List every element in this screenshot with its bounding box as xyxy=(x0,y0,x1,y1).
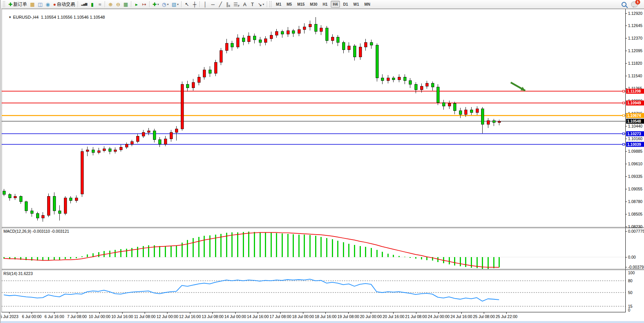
chart-shift-button[interactable]: ↦ xyxy=(141,1,148,8)
signals-button[interactable]: ◉ xyxy=(45,1,51,8)
zoom-in-button[interactable]: ⊕ xyxy=(107,1,114,8)
level-line-marker[interactable] xyxy=(623,102,625,104)
rsi-pane[interactable]: 1008050150 xyxy=(2,270,635,312)
candle-body xyxy=(481,109,484,125)
price-tick-label: 1.09055 xyxy=(628,187,642,191)
fibonacci-icon: ☰ xyxy=(233,2,238,7)
price-tick-label: 1.08780 xyxy=(628,199,642,204)
time-axis[interactable]: 5 Jul 20236 Jul 00:006 Jul 16:007 Jul 08… xyxy=(1,312,518,319)
price-flag-label: 1.10039 xyxy=(627,142,641,147)
crosshair-button[interactable]: ┼ xyxy=(191,1,198,8)
candle-body xyxy=(259,40,261,42)
chevron-down-icon[interactable]: ▼ xyxy=(8,16,11,19)
chart-canvas[interactable]: 1.129201.126451.123701.120951.118201.115… xyxy=(1,0,644,323)
candle-body xyxy=(325,28,328,40)
new-order-button[interactable]: ✚新订单 xyxy=(7,1,28,8)
time-tick-label: 19 Jul 08:00 xyxy=(337,314,359,319)
macd-pane[interactable]: 0.0077750.00-0.003797 xyxy=(2,229,644,269)
profiles-button[interactable]: ◫ xyxy=(37,1,43,8)
candle-body xyxy=(437,87,439,102)
timeframe-d1-button[interactable]: D1 xyxy=(341,1,350,8)
chart-root: 1.129201.126451.123701.120951.118201.115… xyxy=(1,9,644,319)
chat-notification-icon[interactable]: 1 xyxy=(631,2,638,7)
rsi-label: RSI(14) 31.6223 xyxy=(3,271,33,276)
text-button[interactable]: A xyxy=(241,1,248,8)
level-line-marker[interactable] xyxy=(623,90,625,92)
channel-button[interactable]: ∥E xyxy=(225,1,231,8)
tile-windows-button[interactable]: ▦ xyxy=(122,1,129,8)
level-line-marker[interactable] xyxy=(623,133,625,135)
time-tick-label: 5 Jul 2023 xyxy=(1,314,18,319)
timeframe-m5-button[interactable]: M5 xyxy=(284,1,294,8)
text-label-button[interactable]: T xyxy=(249,1,256,8)
timeframe-h4-button[interactable]: H4 xyxy=(331,1,340,8)
candle-body xyxy=(231,43,233,47)
mt4-window: ✚新订单▦◫◉●自动交易▂▄▆▮≈⊕⊖▦▸↦✚▾◷▾▧▾↖┼│─╱∥E☰FAT↘… xyxy=(0,0,644,323)
timeframe-m30-button[interactable]: M30 xyxy=(308,1,319,8)
candle-body xyxy=(97,151,100,153)
ohlc-bars-icon: ▂▄▆ xyxy=(81,3,87,6)
candle-body xyxy=(381,78,384,81)
candle-body xyxy=(298,30,300,34)
indicators-button[interactable]: ✚▾ xyxy=(151,1,160,8)
timeframe-h1-button[interactable]: H1 xyxy=(320,1,330,8)
toolbar-grip[interactable] xyxy=(3,1,5,7)
autotrade-button[interactable]: ●自动交易 xyxy=(52,1,77,8)
hline-button[interactable]: ─ xyxy=(209,1,216,8)
new-order-button-label: 新订单 xyxy=(13,1,27,8)
candle-body xyxy=(64,198,67,214)
time-tick-label: 10 Jul 00:00 xyxy=(89,314,110,319)
macd-signal-line xyxy=(4,232,499,267)
time-tick-label: 12 Jul 00:00 xyxy=(156,314,178,319)
rsi-tick-label: 80 xyxy=(628,278,633,283)
cursor-arrow-icon: ↖ xyxy=(185,2,189,7)
candle-body xyxy=(175,129,178,133)
timeframe-m15-button[interactable]: M15 xyxy=(295,1,307,8)
new-chart-button[interactable]: ▦ xyxy=(29,1,36,8)
candle-chart-button[interactable]: ▮ xyxy=(89,1,96,8)
time-tick-label: 18 Jul 00:00 xyxy=(292,314,314,319)
candle-body xyxy=(36,213,39,218)
templates-button[interactable]: ▧▾ xyxy=(171,1,180,8)
arrows-button[interactable]: ↘▾ xyxy=(257,1,265,8)
zoom-out-icon: ⊖ xyxy=(116,2,120,7)
time-tick-label: 12 Jul 16:00 xyxy=(179,314,201,319)
candle-body xyxy=(303,27,306,30)
candle-body xyxy=(414,84,417,90)
line-chart-button[interactable]: ≈ xyxy=(96,1,103,8)
vline-button[interactable]: │ xyxy=(202,1,209,8)
toolbar-separator xyxy=(105,1,105,7)
candle-body xyxy=(409,81,411,85)
auto-scroll-button[interactable]: ▸ xyxy=(133,1,140,8)
fibonacci-button[interactable]: ☰F xyxy=(232,1,241,8)
timeframe-mn-button[interactable]: MN xyxy=(362,1,373,8)
candle-body xyxy=(198,77,200,82)
cursor-button[interactable]: ↖ xyxy=(183,1,190,8)
candle-body xyxy=(470,110,473,112)
vertical-line-icon: │ xyxy=(204,2,207,7)
candle-body xyxy=(92,150,94,152)
price-tick-label: 1.08230 xyxy=(628,224,642,229)
symbol-ohlc-label: EURUSD-,H4 1.10554 1.10556 1.10546 1.105… xyxy=(13,15,105,19)
level-line-marker[interactable] xyxy=(623,115,625,117)
bar-chart-button[interactable]: ▂▄▆ xyxy=(80,1,88,8)
level-line-marker[interactable] xyxy=(623,144,625,146)
time-tick-label: 24 Jul 16:00 xyxy=(450,314,472,319)
candle-body xyxy=(247,36,250,42)
timeframe-m1-button[interactable]: M1 xyxy=(274,1,284,8)
arrow-objects-icon: ↘ xyxy=(258,2,262,7)
clock-icon: ◷ xyxy=(162,2,166,7)
candle-body xyxy=(170,133,172,139)
rsi-tick-label: 100 xyxy=(628,270,635,275)
candle-body xyxy=(392,78,395,80)
zoom-out-button[interactable]: ⊖ xyxy=(115,1,121,8)
candle-body xyxy=(398,77,400,80)
periods-button[interactable]: ◷▾ xyxy=(161,1,170,8)
candle-body xyxy=(314,24,317,32)
crosshair-icon: ┼ xyxy=(193,2,196,7)
toolbar-grip[interactable] xyxy=(269,1,271,7)
candle-body xyxy=(270,35,273,39)
search-icon[interactable] xyxy=(622,2,626,7)
timeframe-w1-button[interactable]: W1 xyxy=(351,1,361,8)
trendline-button[interactable]: ╱ xyxy=(217,1,224,8)
